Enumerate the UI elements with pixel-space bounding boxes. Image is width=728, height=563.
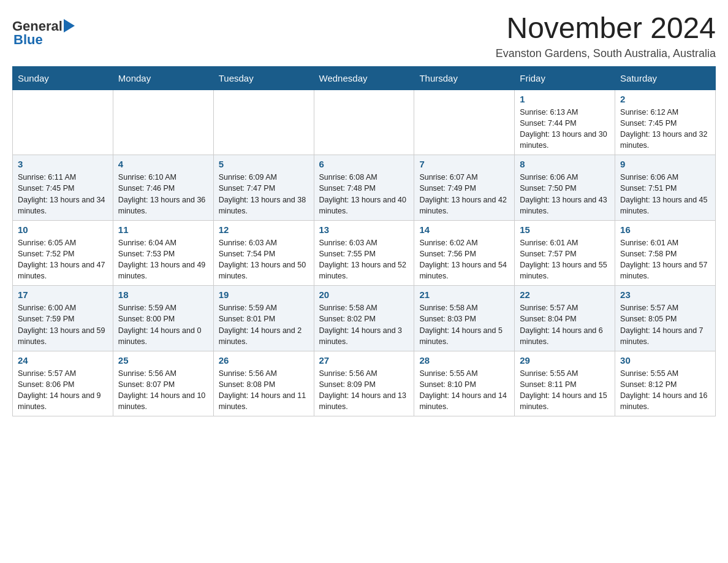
calendar-day-cell: 5Sunrise: 6:09 AM Sunset: 7:47 PM Daylig… [213, 155, 314, 221]
day-info: Sunrise: 5:59 AM Sunset: 8:00 PM Dayligh… [118, 302, 208, 347]
day-number: 27 [319, 355, 409, 366]
day-info: Sunrise: 5:55 AM Sunset: 8:11 PM Dayligh… [520, 368, 610, 413]
day-number: 23 [620, 289, 710, 300]
day-info: Sunrise: 6:08 AM Sunset: 7:48 PM Dayligh… [319, 172, 409, 216]
calendar-day-cell [314, 90, 414, 155]
calendar-day-cell: 1Sunrise: 6:13 AM Sunset: 7:44 PM Daylig… [515, 90, 615, 155]
calendar-day-cell: 15Sunrise: 6:01 AM Sunset: 7:57 PM Dayli… [515, 220, 615, 286]
day-number: 14 [419, 224, 509, 235]
page-header: General Blue November 2024 Evanston Gard… [12, 12, 716, 60]
calendar-day-cell: 8Sunrise: 6:06 AM Sunset: 7:50 PM Daylig… [515, 155, 615, 221]
day-info: Sunrise: 6:12 AM Sunset: 7:45 PM Dayligh… [620, 107, 710, 151]
calendar-week-row: 17Sunrise: 6:00 AM Sunset: 7:59 PM Dayli… [13, 286, 716, 351]
calendar-day-cell: 10Sunrise: 6:05 AM Sunset: 7:52 PM Dayli… [13, 220, 113, 286]
calendar-day-cell: 21Sunrise: 5:58 AM Sunset: 8:03 PM Dayli… [414, 286, 515, 351]
calendar-day-cell [113, 90, 213, 155]
day-number: 11 [118, 224, 208, 235]
day-number: 24 [18, 355, 108, 366]
day-number: 22 [520, 289, 610, 300]
calendar-day-cell: 14Sunrise: 6:02 AM Sunset: 7:56 PM Dayli… [414, 220, 515, 286]
day-info: Sunrise: 5:57 AM Sunset: 8:05 PM Dayligh… [620, 302, 710, 347]
svg-marker-0 [64, 19, 75, 33]
day-info: Sunrise: 5:55 AM Sunset: 8:12 PM Dayligh… [620, 368, 710, 413]
month-title: November 2024 [496, 12, 716, 45]
day-of-week-header: Thursday [414, 66, 515, 90]
logo-arrow-icon [64, 19, 75, 33]
day-number: 5 [219, 159, 309, 169]
day-info: Sunrise: 5:58 AM Sunset: 8:02 PM Dayligh… [319, 302, 409, 347]
location-subtitle: Evanston Gardens, South Australia, Austr… [496, 47, 716, 60]
calendar-week-row: 3Sunrise: 6:11 AM Sunset: 7:45 PM Daylig… [13, 155, 716, 221]
day-info: Sunrise: 5:58 AM Sunset: 8:03 PM Dayligh… [419, 302, 509, 347]
day-info: Sunrise: 6:00 AM Sunset: 7:59 PM Dayligh… [18, 302, 108, 347]
day-info: Sunrise: 6:10 AM Sunset: 7:46 PM Dayligh… [118, 172, 208, 216]
calendar-day-cell: 24Sunrise: 5:57 AM Sunset: 8:06 PM Dayli… [13, 351, 113, 416]
day-number: 3 [18, 159, 108, 169]
day-info: Sunrise: 6:02 AM Sunset: 7:56 PM Dayligh… [419, 237, 509, 282]
day-number: 21 [419, 289, 509, 300]
day-of-week-header: Monday [113, 66, 213, 90]
day-number: 10 [18, 224, 108, 235]
day-of-week-header: Tuesday [213, 66, 314, 90]
title-area: November 2024 Evanston Gardens, South Au… [496, 12, 716, 60]
calendar-day-cell: 28Sunrise: 5:55 AM Sunset: 8:10 PM Dayli… [414, 351, 515, 416]
calendar-day-cell: 6Sunrise: 6:08 AM Sunset: 7:48 PM Daylig… [314, 155, 414, 221]
day-number: 12 [219, 224, 309, 235]
day-info: Sunrise: 5:56 AM Sunset: 8:08 PM Dayligh… [219, 368, 309, 413]
day-number: 4 [118, 159, 208, 169]
day-info: Sunrise: 6:01 AM Sunset: 7:58 PM Dayligh… [620, 237, 710, 282]
day-number: 18 [118, 289, 208, 300]
calendar-day-cell: 19Sunrise: 5:59 AM Sunset: 8:01 PM Dayli… [213, 286, 314, 351]
day-number: 29 [520, 355, 610, 366]
calendar-day-cell: 25Sunrise: 5:56 AM Sunset: 8:07 PM Dayli… [113, 351, 213, 416]
calendar-day-cell: 3Sunrise: 6:11 AM Sunset: 7:45 PM Daylig… [13, 155, 113, 221]
day-info: Sunrise: 6:03 AM Sunset: 7:54 PM Dayligh… [219, 237, 309, 282]
day-info: Sunrise: 6:13 AM Sunset: 7:44 PM Dayligh… [520, 107, 610, 151]
day-number: 6 [319, 159, 409, 169]
day-number: 30 [620, 355, 710, 366]
day-info: Sunrise: 5:55 AM Sunset: 8:10 PM Dayligh… [419, 368, 509, 413]
day-info: Sunrise: 6:01 AM Sunset: 7:57 PM Dayligh… [520, 237, 610, 282]
day-number: 9 [620, 159, 710, 169]
calendar-day-cell: 23Sunrise: 5:57 AM Sunset: 8:05 PM Dayli… [615, 286, 716, 351]
calendar-day-cell: 13Sunrise: 6:03 AM Sunset: 7:55 PM Dayli… [314, 220, 414, 286]
day-number: 8 [520, 159, 610, 169]
day-number: 7 [419, 159, 509, 169]
day-number: 25 [118, 355, 208, 366]
day-of-week-header: Friday [515, 66, 615, 90]
calendar-day-cell: 12Sunrise: 6:03 AM Sunset: 7:54 PM Dayli… [213, 220, 314, 286]
calendar-day-cell: 20Sunrise: 5:58 AM Sunset: 8:02 PM Dayli… [314, 286, 414, 351]
day-info: Sunrise: 5:56 AM Sunset: 8:09 PM Dayligh… [319, 368, 409, 413]
calendar-day-cell: 11Sunrise: 6:04 AM Sunset: 7:53 PM Dayli… [113, 220, 213, 286]
day-info: Sunrise: 6:06 AM Sunset: 7:50 PM Dayligh… [520, 172, 610, 216]
logo-blue-text: Blue [13, 32, 43, 48]
calendar-week-row: 1Sunrise: 6:13 AM Sunset: 7:44 PM Daylig… [13, 90, 716, 155]
day-number: 20 [319, 289, 409, 300]
day-info: Sunrise: 5:59 AM Sunset: 8:01 PM Dayligh… [219, 302, 309, 347]
day-info: Sunrise: 5:56 AM Sunset: 8:07 PM Dayligh… [118, 368, 208, 413]
calendar-week-row: 10Sunrise: 6:05 AM Sunset: 7:52 PM Dayli… [13, 220, 716, 286]
day-number: 2 [620, 94, 710, 104]
day-number: 26 [219, 355, 309, 366]
calendar-week-row: 24Sunrise: 5:57 AM Sunset: 8:06 PM Dayli… [13, 351, 716, 416]
calendar-day-cell: 30Sunrise: 5:55 AM Sunset: 8:12 PM Dayli… [615, 351, 716, 416]
day-number: 17 [18, 289, 108, 300]
calendar-day-cell [414, 90, 515, 155]
day-info: Sunrise: 5:57 AM Sunset: 8:04 PM Dayligh… [520, 302, 610, 347]
calendar-day-cell: 29Sunrise: 5:55 AM Sunset: 8:11 PM Dayli… [515, 351, 615, 416]
day-info: Sunrise: 6:11 AM Sunset: 7:45 PM Dayligh… [18, 172, 108, 216]
day-info: Sunrise: 6:03 AM Sunset: 7:55 PM Dayligh… [319, 237, 409, 282]
day-info: Sunrise: 6:05 AM Sunset: 7:52 PM Dayligh… [18, 237, 108, 282]
calendar-day-cell: 4Sunrise: 6:10 AM Sunset: 7:46 PM Daylig… [113, 155, 213, 221]
day-info: Sunrise: 6:07 AM Sunset: 7:49 PM Dayligh… [419, 172, 509, 216]
calendar-table: SundayMondayTuesdayWednesdayThursdayFrid… [12, 66, 716, 417]
day-number: 28 [419, 355, 509, 366]
calendar-day-cell: 18Sunrise: 5:59 AM Sunset: 8:00 PM Dayli… [113, 286, 213, 351]
calendar-day-cell [213, 90, 314, 155]
calendar-header-row: SundayMondayTuesdayWednesdayThursdayFrid… [13, 66, 716, 90]
day-info: Sunrise: 6:04 AM Sunset: 7:53 PM Dayligh… [118, 237, 208, 282]
day-number: 16 [620, 224, 710, 235]
calendar-day-cell: 9Sunrise: 6:06 AM Sunset: 7:51 PM Daylig… [615, 155, 716, 221]
day-info: Sunrise: 6:06 AM Sunset: 7:51 PM Dayligh… [620, 172, 710, 216]
calendar-day-cell: 27Sunrise: 5:56 AM Sunset: 8:09 PM Dayli… [314, 351, 414, 416]
